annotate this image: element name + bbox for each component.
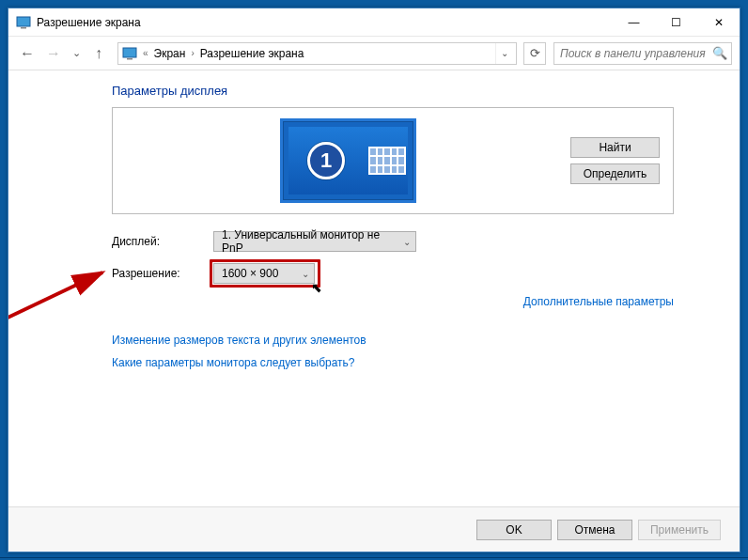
chevron-down-icon: ⌄ bbox=[302, 269, 309, 279]
resolution-select[interactable]: 1600 × 900 ⌄ bbox=[213, 263, 315, 284]
breadcrumb-root-sep[interactable]: « bbox=[141, 48, 150, 58]
titlebar[interactable]: Разрешение экрана — ☐ ✕ bbox=[8, 8, 740, 37]
back-button[interactable]: ← bbox=[16, 42, 39, 65]
display-label: Дисплей: bbox=[112, 235, 213, 248]
desktop-grid-icon bbox=[368, 147, 406, 175]
chevron-down-icon: ⌄ bbox=[403, 237, 411, 247]
svg-line-4 bbox=[8, 272, 102, 366]
maximize-button[interactable]: ☐ bbox=[655, 8, 697, 36]
display-select[interactable]: 1. Универсальный монитор не PnP ⌄ bbox=[213, 231, 416, 252]
text-size-link[interactable]: Изменение размеров текста и других элеме… bbox=[112, 334, 366, 347]
screen-resolution-window: Разрешение экрана — ☐ ✕ ← → ⌄ ↑ « Экран … bbox=[8, 8, 740, 552]
svg-rect-0 bbox=[17, 17, 30, 26]
search-icon[interactable]: 🔍 bbox=[712, 46, 727, 60]
chevron-right-icon: › bbox=[189, 48, 195, 58]
resolution-label: Разрешение: bbox=[112, 267, 213, 280]
display-preview-box: 1 Найти Определить bbox=[112, 107, 674, 214]
recent-dropdown[interactable]: ⌄ bbox=[69, 42, 84, 65]
cancel-button[interactable]: Отмена bbox=[557, 520, 632, 540]
svg-rect-1 bbox=[21, 27, 26, 29]
breadcrumb-resolution[interactable]: Разрешение экрана bbox=[200, 47, 304, 60]
address-dropdown[interactable]: ⌄ bbox=[495, 43, 512, 64]
find-button[interactable]: Найти bbox=[570, 137, 660, 158]
monitor-number-badge: 1 bbox=[307, 142, 345, 179]
resolution-row: Разрешение: 1600 × 900 ⌄ ⬉ bbox=[112, 263, 674, 284]
display-icon bbox=[122, 46, 137, 61]
window-title: Разрешение экрана bbox=[37, 16, 613, 29]
refresh-button[interactable]: ⟳ bbox=[523, 42, 546, 65]
dialog-footer: OK Отмена Применить bbox=[8, 506, 740, 552]
monitor-preview[interactable]: 1 bbox=[280, 118, 416, 203]
minimize-button[interactable]: — bbox=[613, 8, 655, 36]
forward-button[interactable]: → bbox=[42, 42, 65, 65]
apply-button[interactable]: Применить bbox=[638, 520, 721, 540]
address-bar[interactable]: « Экран › Разрешение экрана ⌄ bbox=[117, 42, 517, 65]
up-button[interactable]: ↑ bbox=[87, 42, 110, 65]
navigation-bar: ← → ⌄ ↑ « Экран › Разрешение экрана ⌄ ⟳ … bbox=[8, 37, 740, 70]
ok-button[interactable]: OK bbox=[476, 520, 552, 540]
detect-button[interactable]: Определить bbox=[570, 163, 660, 184]
svg-rect-2 bbox=[123, 48, 136, 57]
content-area: Параметры дисплея 1 Найти О bbox=[8, 70, 740, 506]
page-heading: Параметры дисплея bbox=[112, 84, 674, 98]
svg-rect-3 bbox=[127, 58, 132, 60]
search-box[interactable]: 🔍 bbox=[553, 42, 732, 65]
display-row: Дисплей: 1. Универсальный монитор не PnP… bbox=[112, 231, 674, 252]
close-button[interactable]: ✕ bbox=[697, 8, 740, 36]
annotation-arrow bbox=[8, 249, 121, 371]
monitor-icon bbox=[16, 15, 31, 30]
search-input[interactable] bbox=[558, 46, 712, 61]
breadcrumb-display[interactable]: Экран bbox=[154, 47, 186, 60]
advanced-settings-link[interactable]: Дополнительные параметры bbox=[523, 295, 674, 308]
which-settings-link[interactable]: Какие параметры монитора следует выбрать… bbox=[112, 356, 355, 369]
